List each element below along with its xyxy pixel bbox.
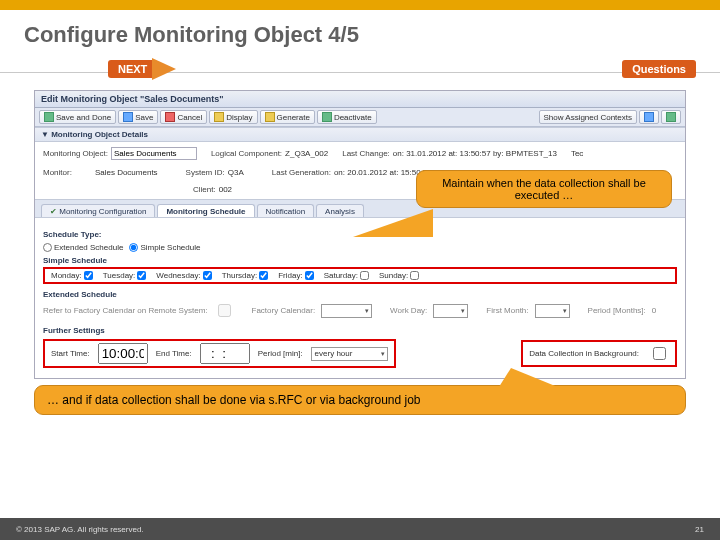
days-highlight: Monday: Tuesday: Wednesday: Thursday: Fr… (43, 267, 677, 284)
save-button[interactable]: Save (118, 110, 158, 124)
tuesday-check[interactable] (137, 271, 146, 280)
accent-row: NEXT Questions (0, 56, 720, 90)
toolbar-icon-1[interactable] (639, 110, 659, 124)
toolbar: Save and Done Save Cancel Display Genera… (35, 108, 685, 127)
tab-notification[interactable]: Notification (257, 204, 315, 217)
start-time-field[interactable] (98, 343, 148, 364)
monitoring-object-field[interactable] (111, 147, 197, 160)
schedule-type-label: Schedule Type: (43, 230, 102, 239)
background-highlight: Data Collection in Background: (521, 340, 677, 367)
remote-cal-check (218, 304, 231, 317)
time-highlight: Start Time: End Time: Period [min]:every… (43, 339, 396, 368)
friday-check[interactable] (305, 271, 314, 280)
callout-background: … and if data collection shall be done v… (34, 385, 686, 415)
window-title: Edit Monitoring Object "Sales Documents" (35, 91, 685, 108)
monday-check[interactable] (84, 271, 93, 280)
save-and-done-button[interactable]: Save and Done (39, 110, 116, 124)
extended-schedule-header: Extended Schedule (43, 290, 677, 299)
next-button[interactable]: NEXT (108, 60, 157, 78)
tab-config[interactable]: ✔ Monitoring Configuration (41, 204, 155, 217)
toolbar-icon-2[interactable] (661, 110, 681, 124)
panel-header: ▼ Monitoring Object Details (35, 127, 685, 142)
slide-title: Configure Monitoring Object 4/5 (0, 10, 720, 56)
show-contexts-button[interactable]: Show Assigned Contexts (539, 110, 638, 124)
copyright: © 2013 SAP AG. All rights reserved. (16, 525, 144, 534)
callout-schedule: Maintain when the data collection shall … (416, 170, 672, 208)
accent-bar (0, 0, 720, 10)
questions-button[interactable]: Questions (622, 60, 696, 78)
extended-radio[interactable] (43, 243, 52, 252)
tab-schedule[interactable]: Monitoring Schedule (157, 204, 254, 217)
end-time-field[interactable] (200, 343, 250, 364)
generate-button[interactable]: Generate (260, 110, 315, 124)
page-number: 21 (695, 525, 704, 534)
simple-radio[interactable] (129, 243, 138, 252)
further-settings-header: Further Settings (43, 326, 677, 335)
next-arrow-icon (152, 58, 176, 80)
period-select[interactable]: every hour (311, 347, 388, 361)
display-button[interactable]: Display (209, 110, 257, 124)
cancel-button[interactable]: Cancel (160, 110, 207, 124)
sunday-check[interactable] (410, 271, 419, 280)
saturday-check[interactable] (360, 271, 369, 280)
simple-schedule-header: Simple Schedule (43, 256, 677, 265)
deactivate-button[interactable]: Deactivate (317, 110, 377, 124)
wednesday-check[interactable] (203, 271, 212, 280)
footer: © 2013 SAP AG. All rights reserved. 21 (0, 518, 720, 540)
thursday-check[interactable] (259, 271, 268, 280)
background-check[interactable] (653, 347, 666, 360)
